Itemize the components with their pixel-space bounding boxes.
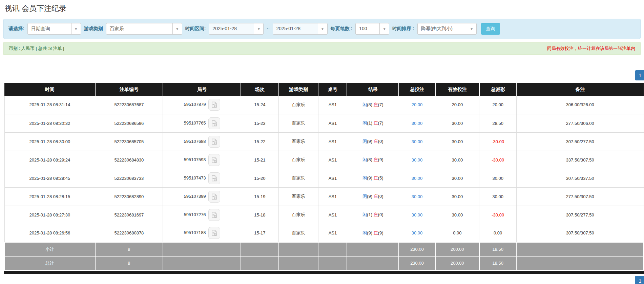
footer-empty — [163, 256, 241, 270]
cell-game-type: 百家乐 — [279, 151, 318, 169]
video-replay-button[interactable] — [208, 227, 220, 239]
video-replay-button[interactable] — [208, 99, 220, 111]
result-banker-value: (5) — [378, 175, 383, 181]
cell-session: 15-19 — [241, 187, 278, 206]
summary-bar: 币别 : 人民币 | 总共 :8 注单 | 同局有效投注，统一计算在该局第一张注… — [3, 42, 641, 55]
cell-table-no: AS1 — [318, 169, 347, 187]
result-player-value: (9) — [367, 175, 374, 181]
result-banker-value: (7) — [378, 102, 383, 107]
video-replay-button[interactable] — [208, 117, 220, 129]
video-replay-button[interactable] — [208, 209, 220, 221]
total-bet-link[interactable]: 30.00 — [412, 157, 423, 163]
footer-valid-bet: 200.00 — [435, 242, 479, 256]
round-number: 595107188 — [184, 230, 206, 235]
total-bet-link[interactable]: 30.00 — [412, 176, 423, 181]
cell-bet-id: 522230680878 — [95, 224, 163, 242]
pagination-bottom: 1 — [0, 276, 644, 284]
date-from-value: 2025-01-28 — [209, 23, 254, 34]
cell-time: 2025-01-28 08:29:24 — [4, 151, 95, 169]
cell-payout: 28.50 — [479, 114, 516, 132]
column-header-7: 总投注 — [399, 83, 435, 96]
result-banker-label: 庄 — [374, 157, 378, 162]
total-bet-link[interactable]: 30.00 — [412, 230, 423, 235]
cell-valid-bet: 30.00 — [435, 114, 479, 132]
footer-total-bet: 230.00 — [399, 242, 435, 256]
cell-session: 15-20 — [241, 169, 278, 187]
cell-remark: 307.50/307.50 — [516, 224, 644, 242]
video-replay-button[interactable] — [208, 191, 220, 203]
table-header-row: 时间注单编号局号场次游戏类别桌号结果总投注有效投注总派彩备注 — [4, 83, 644, 96]
subtotal-row: 小计8230.00200.0018.50 — [4, 242, 644, 256]
table-row: 2025-01-28 08:30:32522230686596595107765… — [4, 114, 644, 132]
cell-remark: 277.50/306.00 — [516, 114, 644, 132]
cell-time: 2025-01-28 08:30:00 — [4, 132, 95, 151]
video-replay-icon — [211, 156, 218, 164]
page-button-1[interactable]: 1 — [635, 70, 644, 80]
result-player-label: 闲 — [362, 102, 367, 107]
cell-bet-id: 522230684830 — [95, 151, 163, 169]
video-replay-button[interactable] — [208, 136, 220, 148]
query-type-select[interactable]: 日期查询 ▼ — [27, 23, 81, 35]
currency-summary-text: 币别 : 人民币 | 总共 :8 注单 | — [9, 45, 64, 52]
date-from-select[interactable]: 2025-01-28 ▼ — [209, 23, 264, 35]
date-to-select[interactable]: 2025-01-28 ▼ — [273, 23, 328, 35]
cell-remark: 307.50/277.50 — [516, 132, 644, 151]
result-player-value: (8) — [367, 102, 374, 107]
video-replay-button[interactable] — [208, 172, 220, 184]
date-to-value: 2025-01-28 — [273, 23, 318, 34]
round-number: 595107879 — [184, 102, 206, 107]
column-header-4: 游戏类别 — [279, 83, 318, 96]
video-replay-icon — [211, 101, 218, 108]
cell-round: 595107593 — [163, 151, 241, 169]
cell-game-type: 百家乐 — [279, 169, 318, 187]
cell-session: 15-23 — [241, 114, 278, 132]
cell-result: 闲(1) 庄(7) — [347, 114, 399, 132]
total-bet-link[interactable]: 30.00 — [412, 121, 423, 126]
cell-time: 2025-01-28 08:27:30 — [4, 206, 95, 224]
date-range-separator: ~ — [267, 26, 269, 32]
date-range-label: 时间区间: — [185, 26, 206, 32]
round-number: 595107399 — [184, 193, 206, 198]
table-row: 2025-01-28 08:28:15522230682890595107399… — [4, 187, 644, 206]
total-bet-link[interactable]: 30.00 — [412, 139, 423, 144]
result-player-label: 闲 — [362, 120, 367, 126]
video-replay-button[interactable] — [208, 154, 220, 166]
cell-valid-bet: 30.00 — [435, 206, 479, 224]
result-player-label: 闲 — [362, 230, 367, 235]
sort-order-value: 降幂(由大到小) — [418, 23, 467, 34]
result-player-label: 闲 — [362, 175, 367, 181]
column-header-6: 结果 — [347, 83, 399, 96]
query-type-label: 请选择: — [8, 26, 24, 32]
video-replay-icon — [211, 120, 218, 127]
cell-result: 闲(9) 庄(0) — [347, 132, 399, 151]
result-player-label: 闲 — [362, 194, 367, 199]
cell-table-no: AS1 — [318, 96, 347, 114]
cell-valid-bet: 30.00 — [435, 151, 479, 169]
cell-remark: 337.50/307.50 — [516, 151, 644, 169]
cell-total-bet: 30.00 — [399, 206, 435, 224]
cell-time: 2025-01-28 08:31:14 — [4, 96, 95, 114]
result-banker-value: (0) — [378, 194, 383, 199]
game-type-select[interactable]: 百家乐 ▼ — [106, 23, 182, 35]
column-header-0: 时间 — [4, 83, 95, 96]
total-bet-link[interactable]: 30.00 — [412, 194, 423, 199]
sort-order-select[interactable]: 降幂(由大到小) ▼ — [417, 23, 477, 35]
footer-empty — [241, 256, 278, 270]
cell-table-no: AS1 — [318, 132, 347, 151]
table-row: 2025-01-28 08:26:56522230680878595107188… — [4, 224, 644, 242]
page-size-select[interactable]: 100 ▼ — [355, 23, 389, 35]
column-header-10: 备注 — [516, 83, 644, 96]
page-button-1[interactable]: 1 — [635, 276, 644, 284]
total-bet-link[interactable]: 30.00 — [412, 212, 423, 217]
total-bet-link[interactable]: 20.00 — [412, 102, 423, 107]
cell-table-no: AS1 — [318, 114, 347, 132]
cell-game-type: 百家乐 — [279, 114, 318, 132]
filter-bar: 请选择: 日期查询 ▼ 游戏类别 百家乐 ▼ 时间区间: 2025-01-28 … — [3, 19, 641, 39]
result-banker-value: (0) — [378, 212, 383, 217]
search-button[interactable]: 查询 — [481, 23, 500, 35]
column-header-2: 局号 — [163, 83, 241, 96]
chevron-down-icon: ▼ — [467, 23, 476, 34]
result-banker-label: 庄 — [374, 212, 378, 217]
cell-round: 595107276 — [163, 206, 241, 224]
footer-empty — [318, 256, 347, 270]
